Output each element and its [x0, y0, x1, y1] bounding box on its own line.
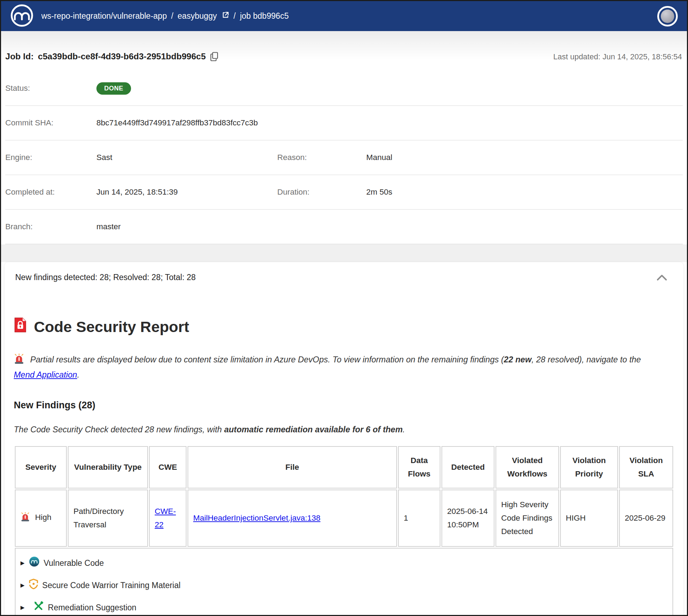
col-violation-priority: Violation Priority	[560, 446, 618, 488]
finding-details-row: ▶	[15, 548, 673, 616]
job-id-value: c5a39bdb-ce8f-4d39-b6d3-2951bdb996c5	[38, 52, 206, 61]
data-flows-cell: 1	[398, 490, 440, 547]
last-updated: Last updated: Jun 14, 2025, 18:56:54	[553, 52, 682, 61]
breadcrumb-repo-link[interactable]: ws-repo-integration/vulnerable-app	[41, 11, 167, 21]
col-severity: Severity	[15, 446, 67, 488]
col-vulnerability-type: Vulnerability Type	[68, 446, 148, 488]
triangle-right-icon: ▶	[20, 558, 25, 568]
training-material-summary[interactable]: ▶ Secure Code Warrior Training Material	[20, 579, 668, 592]
col-file: File	[188, 446, 397, 488]
mend-logo-icon[interactable]	[10, 4, 34, 29]
detected-cell: 2025-06-14 10:50PM	[441, 490, 494, 547]
summary-text-bold: automatic remediation available for 6 of…	[224, 425, 403, 434]
notice-text-post: .	[77, 370, 79, 379]
finding-details-cell: ▶	[15, 548, 673, 616]
job-details-section: Job Id: c5a39bdb-ce8f-4d39-b6d3-2951bdb9…	[1, 31, 687, 244]
vulnerability-type-cell: Path/Directory Traversal	[68, 490, 148, 547]
training-material-details: ▶ Secure Code Warrior Training Material	[20, 579, 668, 592]
branch-row: Branch: master	[5, 210, 683, 244]
completed-duration-row: Completed at: Jun 14, 2025, 18:51:39 Dur…	[5, 175, 683, 210]
table-header-row: Severity Vulnerability Type CWE File Dat…	[15, 446, 673, 488]
top-navbar: ws-repo-integration/vulnerable-app / eas…	[1, 1, 687, 31]
summary-text-post: .	[403, 425, 405, 434]
duration-label: Duration:	[277, 188, 366, 197]
findings-card: New findings detected: 28; Resolved: 28;…	[5, 262, 683, 616]
col-violated-workflows: Violated Workflows	[496, 446, 559, 488]
col-violation-sla: Violation SLA	[619, 446, 673, 488]
triangle-right-icon: ▶	[20, 580, 25, 591]
engine-label: Engine:	[5, 153, 96, 162]
triangle-right-icon: ▶	[20, 602, 25, 613]
notice-text-bold: 22 new	[504, 355, 532, 364]
tools-icon	[33, 601, 44, 614]
status-label: Status:	[5, 84, 96, 93]
file-link[interactable]: MailHeaderInjectionServlet.java:138	[193, 514, 320, 522]
duration-value: 2m 50s	[366, 188, 683, 197]
status-badge: DONE	[96, 82, 131, 95]
reason-value: Manual	[366, 153, 683, 162]
commit-row: Commit SHA: 8bc71e449ff3d749917af298ffb3…	[5, 106, 683, 141]
mend-application-link[interactable]: Mend Application	[14, 370, 77, 379]
breadcrumb-job: job bdb996c5	[240, 11, 289, 21]
breadcrumb: ws-repo-integration/vulnerable-app / eas…	[41, 11, 289, 21]
col-data-flows: Data Flows	[398, 446, 440, 488]
breadcrumb-separator: /	[233, 11, 236, 21]
findings-table: Severity Vulnerability Type CWE File Dat…	[14, 445, 674, 616]
completed-value: Jun 14, 2025, 18:51:39	[96, 188, 277, 197]
avatar-circle	[661, 10, 674, 23]
cwe-cell: CWE-22	[149, 490, 186, 547]
section-gap	[1, 244, 687, 262]
shield-icon	[29, 579, 38, 592]
col-cwe: CWE	[149, 446, 186, 488]
engine-reason-row: Engine: Sast Reason: Manual	[5, 141, 683, 175]
commit-label: Commit SHA:	[5, 118, 96, 128]
report-title: Code Security Report	[14, 317, 674, 337]
findings-summary-text: New findings detected: 28; Resolved: 28;…	[15, 273, 196, 282]
completed-label: Completed at:	[5, 188, 96, 197]
code-security-report: Code Security Report Partial results are…	[5, 317, 683, 616]
report-title-text: Code Security Report	[34, 318, 189, 336]
finding-row: High Path/Directory Traversal CWE-22 Mai…	[15, 490, 673, 547]
job-header: Job Id: c5a39bdb-ce8f-4d39-b6d3-2951bdb9…	[5, 31, 683, 71]
mend-badge-icon	[29, 556, 40, 569]
job-id: Job Id: c5a39bdb-ce8f-4d39-b6d3-2951bdb9…	[5, 52, 218, 61]
vulnerable-code-label: Vulnerable Code	[44, 558, 104, 568]
violation-priority-cell: HIGH	[560, 490, 618, 547]
new-findings-heading: New Findings (28)	[14, 400, 674, 411]
findings-summary-bar[interactable]: New findings detected: 28; Resolved: 28;…	[5, 262, 683, 290]
severity-value: High	[35, 513, 51, 522]
file-cell: MailHeaderInjectionServlet.java:138	[188, 490, 397, 547]
summary-text-pre: The Code Security Check detected 28 new …	[14, 425, 224, 434]
commit-value: 8bc71e449ff3d749917af298ffb37bd83fcc7c3b	[96, 118, 683, 128]
remediation-label: Remediation Suggestion	[48, 602, 137, 613]
user-avatar[interactable]	[657, 6, 678, 26]
branch-value: master	[96, 222, 683, 231]
red-lock-document-icon	[14, 317, 27, 337]
external-link-icon[interactable]	[222, 11, 229, 21]
severity-cell: High	[15, 490, 67, 547]
partial-results-notice: Partial results are displayed below due …	[14, 353, 660, 381]
severity-beacon-icon	[20, 515, 32, 523]
vulnerable-code-summary[interactable]: ▶	[20, 556, 668, 569]
notice-text-pre: Partial results are displayed below due …	[30, 355, 504, 364]
training-material-label: Secure Code Warrior Training Material	[42, 580, 181, 591]
chevron-up-icon[interactable]	[657, 274, 667, 281]
findings-summary-sentence: The Code Security Check detected 28 new …	[14, 425, 674, 434]
engine-value: Sast	[96, 153, 277, 162]
status-row: Status: DONE	[5, 71, 683, 106]
job-id-label: Job Id:	[5, 52, 34, 61]
breadcrumb-project-link[interactable]: easybuggy	[178, 11, 217, 21]
violation-sla-cell: 2025-06-29	[619, 490, 673, 547]
remediation-details: ▶	[20, 601, 668, 614]
remediation-summary[interactable]: ▶	[20, 601, 668, 614]
copy-icon[interactable]	[210, 52, 218, 61]
notice-text-mid: , 28 resolved), navigate to the	[532, 355, 641, 364]
branch-label: Branch:	[5, 222, 96, 231]
violated-workflows-cell: High Severity Code Findings Detected	[496, 490, 559, 547]
reason-label: Reason:	[277, 153, 366, 162]
vulnerable-code-details: ▶	[20, 556, 668, 569]
cwe-link[interactable]: CWE-22	[155, 507, 176, 529]
alert-beacon-icon	[14, 357, 27, 366]
col-detected: Detected	[441, 446, 494, 488]
breadcrumb-separator: /	[171, 11, 173, 21]
